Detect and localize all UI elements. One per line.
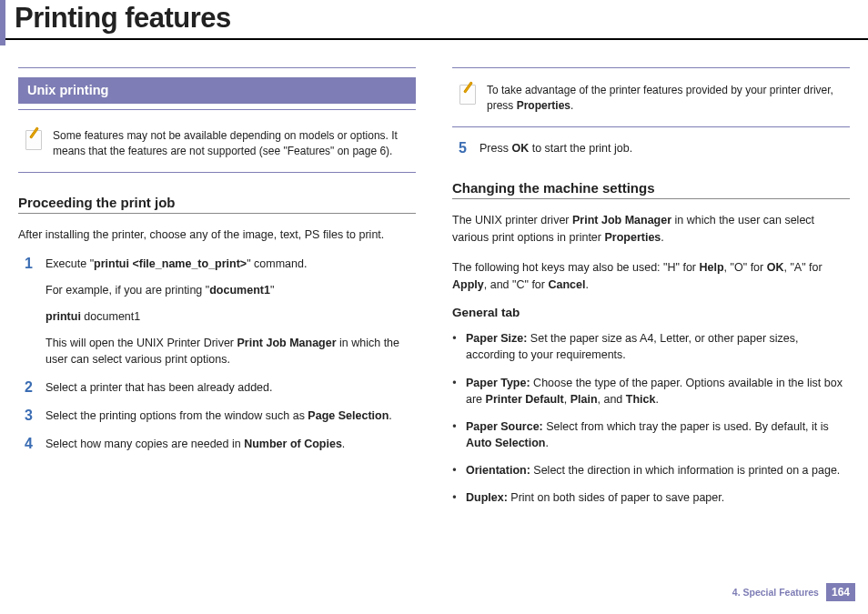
step-body: Execute "printui <file_name_to_print>" c… (45, 256, 416, 368)
step-number: 5 (452, 140, 467, 157)
page-title: Printing features (0, 0, 868, 38)
note-box: To take advantage of the printer feature… (452, 77, 850, 123)
bullet-item: • Paper Source: Select from which tray t… (452, 418, 850, 451)
note-text: To take advantage of the printer feature… (487, 83, 844, 114)
step-number: 4 (18, 436, 33, 453)
bullet-list: • Paper Size: Set the paper size as A4, … (452, 330, 850, 506)
bullet-item: • Paper Type: Choose the type of the pap… (452, 375, 850, 408)
footer-chapter: 4. Special Features (732, 587, 819, 598)
steps-list-cont: 5 Press OK to start the print job. (452, 140, 850, 157)
bullet-body: Paper Source: Select from which tray the… (466, 418, 850, 451)
subheading-divider (452, 198, 850, 199)
right-column: To take advantage of the printer feature… (452, 67, 850, 517)
step-body: Select how many copies are needed in Num… (45, 436, 416, 453)
page-footer: 4. Special Features 164 (732, 583, 855, 601)
bullet-body: Paper Size: Set the paper size as A4, Le… (466, 330, 850, 363)
step-3: 3 Select the printing options from the w… (18, 408, 416, 425)
bullet-dot: • (452, 462, 457, 478)
step-body: Select a printer that has been already a… (45, 379, 416, 397)
step-2: 2 Select a printer that has been already… (18, 379, 416, 397)
content-columns: Unix printing Some features may not be a… (0, 67, 868, 517)
step-body: Select the printing options from the win… (45, 408, 416, 425)
bullet-body: Orientation: Select the direction in whi… (466, 462, 850, 478)
bullet-dot: • (452, 489, 457, 506)
note-icon (24, 128, 44, 152)
note-divider (18, 172, 416, 173)
accent-bar (0, 0, 5, 45)
subheading-proceeding: Proceeding the print job (18, 195, 416, 210)
bullet-item: • Orientation: Select the direction in w… (452, 462, 850, 478)
banner-bottom-rule (18, 109, 416, 110)
step-body: Press OK to start the print job. (479, 140, 850, 157)
steps-list: 1 Execute "printui <file_name_to_print>"… (18, 256, 416, 452)
bullet-body: Paper Type: Choose the type of the paper… (466, 375, 850, 408)
bullet-dot: • (452, 418, 457, 451)
note-text: Some features may not be available depen… (53, 128, 410, 159)
section-banner-unix: Unix printing (18, 77, 416, 104)
column-top-rule (18, 67, 416, 68)
bullet-body: Duplex: Print on both sides of paper to … (466, 489, 850, 506)
bullet-dot: • (452, 375, 457, 408)
step-number: 3 (18, 408, 33, 425)
bullet-item: • Duplex: Print on both sides of paper t… (452, 489, 850, 506)
step-number: 1 (18, 256, 33, 368)
step-1: 1 Execute "printui <file_name_to_print>"… (18, 256, 416, 368)
note-divider (452, 126, 850, 127)
bullet-dot: • (452, 330, 457, 363)
subheading-divider (18, 213, 416, 214)
note-icon (458, 83, 478, 106)
sub-subheading-general: General tab (452, 306, 850, 319)
title-divider (0, 38, 868, 40)
note-box: Some features may not be available depen… (18, 123, 416, 168)
subheading-changing: Changing the machine settings (452, 180, 850, 196)
intro-paragraph: After installing the printer, choose any… (18, 226, 416, 244)
step-4: 4 Select how many copies are needed in N… (18, 436, 416, 453)
step-number: 2 (18, 379, 33, 397)
column-top-rule (452, 67, 850, 68)
paragraph: The UNIX printer driver Print Job Manage… (452, 212, 850, 247)
footer-page-number: 164 (826, 583, 855, 601)
bullet-item: • Paper Size: Set the paper size as A4, … (452, 330, 850, 363)
paragraph: The following hot keys may also be used:… (452, 259, 850, 294)
step-5: 5 Press OK to start the print job. (452, 140, 850, 157)
left-column: Unix printing Some features may not be a… (18, 67, 416, 517)
